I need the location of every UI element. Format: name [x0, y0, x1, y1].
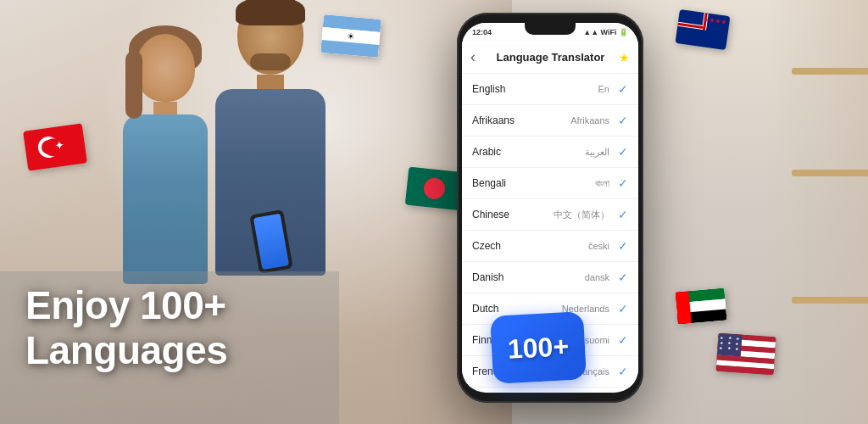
language-item[interactable]: Bengali বাংলা ✓ [462, 168, 638, 199]
language-item[interactable]: Czech česki ✓ [462, 231, 638, 262]
lang-check-icon: ✓ [618, 239, 628, 253]
lang-name: Afrikaans [472, 114, 570, 126]
language-item[interactable]: Afrikaans Afrikaans ✓ [462, 105, 638, 137]
lang-name: Arabic [472, 146, 585, 158]
woman-body [123, 114, 208, 284]
lang-native: 中文（简体） [554, 209, 609, 221]
lang-name: Danish [472, 271, 585, 283]
shelf-decoration [766, 0, 868, 424]
status-icons: ▲▲ WiFi 🔋 [583, 28, 628, 36]
star-icon[interactable]: ★ [619, 51, 630, 64]
lang-name: Bengali [472, 177, 595, 189]
man-beard [250, 53, 291, 70]
usa-canton: ★ ★ ★★ ★ ★★ ★ ★ [717, 333, 743, 357]
flag-new-zealand: ★★★★ [676, 9, 731, 50]
lang-native: বাংলা [595, 178, 609, 189]
lang-native: česki [588, 241, 609, 251]
lang-check-icon: ✓ [618, 302, 628, 315]
app-header: ‹ Language Translator ★ [462, 42, 638, 74]
lang-native: dansk [585, 272, 609, 282]
lang-native: En [598, 84, 609, 94]
hundred-plus-badge: 100+ [490, 311, 587, 384]
lang-native: Afrikaans [570, 115, 609, 126]
flag-argentina: ☀ [320, 14, 381, 58]
usa-stars-icon: ★ ★ ★★ ★ ★★ ★ ★ [719, 335, 741, 352]
phone-notch [525, 23, 576, 35]
lang-name: Czech [472, 240, 588, 252]
lang-check-icon: ✓ [618, 82, 628, 96]
flag-turkey: ✦ [23, 123, 87, 170]
woman-head [136, 34, 195, 102]
flag-usa: ★ ★ ★★ ★ ★★ ★ ★ [716, 333, 776, 376]
lang-native: العربية [585, 147, 609, 158]
hero-title-line1: Enjoy 100+ [25, 283, 226, 327]
app-title: Language Translator [482, 51, 619, 64]
uae-red-bar [675, 291, 691, 324]
lang-native: suomi [585, 335, 609, 345]
language-item[interactable]: Arabic العربية ✓ [462, 137, 638, 168]
lang-check-icon: ✓ [618, 365, 628, 378]
language-item[interactable]: English En ✓ [462, 74, 638, 105]
status-time: 12:04 [472, 28, 492, 36]
hero-title: Enjoy 100+ Languages [25, 283, 227, 373]
turkey-star-icon: ✦ [54, 137, 66, 153]
lang-check-icon: ✓ [618, 208, 628, 221]
lang-check-icon: ✓ [618, 176, 628, 190]
shelf-plank-3 [792, 297, 868, 304]
hero-title-line2: Languages [25, 328, 227, 372]
lang-check-icon: ✓ [618, 271, 628, 284]
man-head [237, 0, 303, 75]
lang-check-icon: ✓ [618, 333, 628, 347]
language-item[interactable]: Chinese 中文（简体） ✓ [462, 199, 638, 231]
language-item[interactable]: Danish dansk ✓ [462, 262, 638, 293]
bangladesh-circle [423, 177, 446, 200]
hero-text-block: Enjoy 100+ Languages [25, 283, 227, 373]
badge-label: 100+ [507, 331, 570, 365]
argentina-sun-icon: ☀ [347, 31, 355, 42]
woman-figure [136, 34, 208, 284]
lang-name: Chinese [472, 209, 554, 220]
shelf-plank-1 [792, 68, 868, 75]
lang-check-icon: ✓ [618, 114, 628, 127]
flag-uae [675, 288, 726, 325]
lang-check-icon: ✓ [618, 145, 628, 159]
lang-name: English [472, 83, 598, 95]
back-button[interactable]: ‹ [470, 48, 476, 66]
man-hair [236, 0, 305, 25]
shelf-plank-2 [792, 170, 868, 176]
